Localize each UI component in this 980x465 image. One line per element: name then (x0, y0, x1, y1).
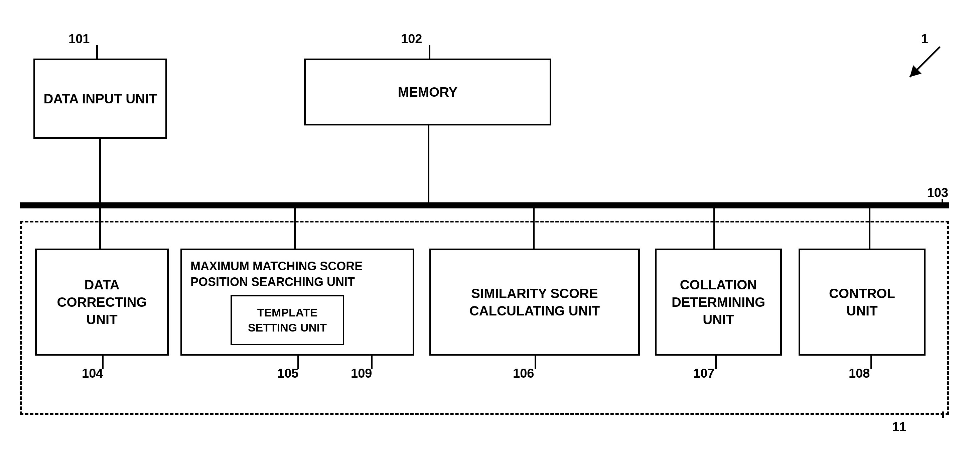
ref-103-line (942, 199, 943, 206)
ref-107: 107 (693, 366, 714, 381)
max-matching-box: MAXIMUM MATCHING SCOREPOSITION SEARCHING… (180, 249, 414, 356)
ref-103: 103 (927, 186, 948, 200)
ref-109: 109 (351, 366, 372, 381)
diagram-container: 101 102 1 DATA INPUT UNIT MEMORY 103 11 (0, 0, 980, 465)
line-bus-to-108 (869, 208, 870, 249)
line-bus-to-106 (533, 208, 535, 249)
ref-106: 106 (513, 366, 534, 381)
line-bus-to-105 (294, 208, 296, 249)
memory-label: MEMORY (398, 83, 458, 101)
control-unit-box: CONTROLUNIT (799, 249, 926, 356)
line-bus-to-107 (713, 208, 715, 249)
ref-107-line (715, 356, 717, 369)
ref-101-line (96, 45, 98, 59)
ref-11: 11 (892, 420, 906, 434)
ref-105-line (298, 356, 299, 369)
similarity-score-box: SIMILARITY SCORECALCULATING UNIT (430, 249, 640, 356)
ref-11-line (942, 411, 944, 418)
ref-102-line (429, 45, 430, 59)
collation-determining-label: COLLATIONDETERMININGUNIT (671, 276, 765, 328)
data-input-unit-label: DATA INPUT UNIT (43, 90, 157, 107)
similarity-score-label: SIMILARITY SCORECALCULATING UNIT (469, 285, 600, 320)
ref-108: 108 (849, 366, 870, 381)
ref-104: 104 (82, 366, 103, 381)
ref-1-arrow (903, 43, 943, 85)
line-102-to-bus (428, 125, 430, 204)
data-correcting-unit-box: DATACORRECTINGUNIT (35, 249, 169, 356)
template-setting-box: TEMPLATESETTING UNIT (231, 295, 344, 345)
ref-105: 105 (277, 366, 298, 381)
data-input-unit-box: DATA INPUT UNIT (33, 59, 167, 139)
ref-101: 101 (68, 32, 89, 46)
template-setting-label: TEMPLATESETTING UNIT (248, 305, 327, 334)
ref-102: 102 (401, 32, 422, 46)
max-matching-label: MAXIMUM MATCHING SCOREPOSITION SEARCHING… (191, 259, 404, 290)
ref-106-line (535, 356, 536, 369)
collation-determining-box: COLLATIONDETERMININGUNIT (655, 249, 782, 356)
control-unit-label: CONTROLUNIT (829, 285, 895, 320)
ref-108-line (870, 356, 872, 369)
line-bus-to-104 (99, 208, 101, 249)
memory-box: MEMORY (304, 59, 551, 125)
bus-line-103 (20, 202, 949, 208)
data-correcting-unit-label: DATACORRECTINGUNIT (57, 276, 147, 328)
ref-109-line (371, 356, 372, 369)
line-101-to-bus (99, 139, 101, 204)
ref-104-line (102, 356, 103, 369)
